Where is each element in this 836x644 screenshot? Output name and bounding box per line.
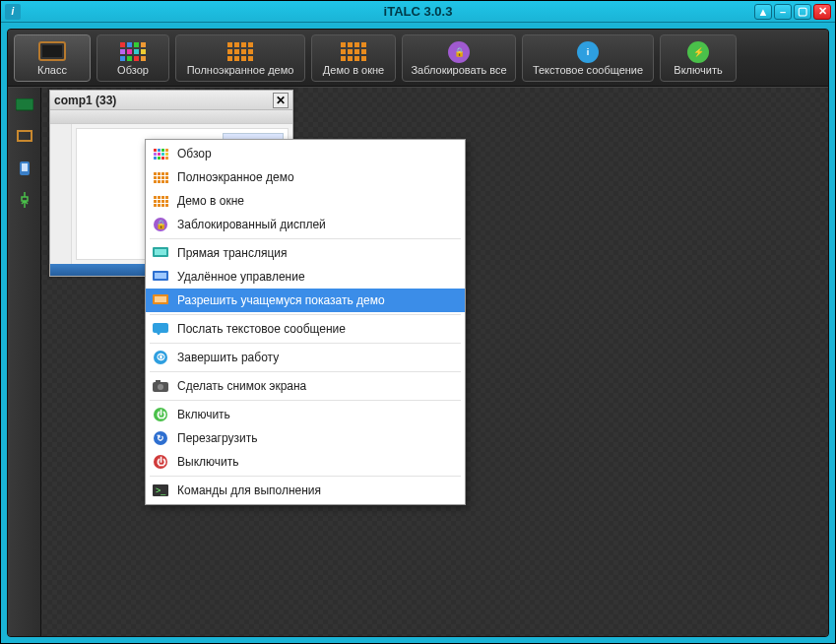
svg-rect-11 (155, 296, 166, 302)
content-area: comp1 (33) ✕ ОбзорПол (8, 87, 828, 636)
power-icon: ⚡ (687, 40, 709, 64)
window-body: Класс Обзор Полноэкранное демо (1, 23, 835, 643)
monitor-blue-icon (152, 269, 169, 285)
grid-orange-icon (152, 193, 169, 209)
app-window: i iTALC 3.0.3 ▲ – ▢ ✕ Класс (0, 0, 836, 644)
svg-text:>_: >_ (156, 485, 166, 495)
inner-frame: Класс Обзор Полноэкранное демо (7, 29, 829, 637)
toolbar-label: Демо в окне (323, 64, 384, 76)
menu-item[interactable]: Демо в окне (146, 189, 465, 213)
toolbar-overview-button[interactable]: Обзор (96, 34, 169, 82)
menu-item[interactable]: >_Команды для выполнения (146, 479, 465, 502)
menu-item[interactable]: Послать текстовое сообщение (146, 317, 465, 341)
menu-item-label: Послать текстовое сообщение (177, 322, 346, 336)
keep-above-button[interactable]: ▲ (754, 4, 772, 20)
menu-item-label: Разрешить учащемуся показать демо (177, 293, 385, 307)
lock-purple-icon: 🔒 (152, 217, 169, 232)
menu-item-label: Полноэкранное демо (177, 170, 294, 184)
toolbar-fullscreen-demo-button[interactable]: Полноэкранное демо (175, 34, 305, 82)
menu-item-label: Команды для выполнения (177, 483, 321, 497)
menu-item[interactable]: ↻Перезагрузить (146, 426, 465, 450)
toolbar-label: Класс (37, 64, 67, 76)
menu-item-label: Выключить (177, 455, 238, 469)
toolbar-label: Обзор (117, 64, 149, 76)
menu-item-label: Перезагрузить (177, 431, 257, 445)
toolbar-lock-all-button[interactable]: 🔒 Заблокировать все (402, 34, 516, 82)
msg-blue-icon (152, 321, 169, 337)
svg-rect-15 (156, 380, 161, 383)
toolbar-classroom-button[interactable]: Класс (14, 34, 91, 82)
menu-item[interactable]: ⏻Выключить (146, 450, 465, 474)
grid-orange-icon (152, 169, 169, 185)
client-title: comp1 (33) (54, 94, 116, 107)
lock-icon: 🔒 (448, 40, 470, 64)
menu-item[interactable]: Прямая трансляция (146, 241, 465, 265)
grid-multi-icon (152, 146, 169, 161)
toolbar-text-message-button[interactable]: i Текстовое сообщение (522, 34, 654, 82)
camera-icon (152, 378, 169, 394)
menu-item[interactable]: ⏻Включить (146, 403, 465, 426)
toolbar-label: Заблокировать все (411, 64, 506, 76)
svg-rect-9 (155, 273, 166, 279)
client-close-button[interactable]: ✕ (273, 93, 289, 108)
terminal-icon: >_ (152, 483, 169, 498)
circle-red-icon: ⏻ (152, 454, 169, 470)
monitor-teal-icon (152, 245, 169, 261)
window-controls: ▲ – ▢ ✕ (754, 4, 835, 20)
workspace[interactable]: comp1 (33) ✕ ОбзорПол (41, 88, 828, 636)
menu-item[interactable]: Сделать снимок экрана (146, 374, 465, 398)
svg-rect-1 (42, 45, 62, 57)
svg-rect-3 (18, 131, 32, 141)
menu-separator (150, 400, 461, 401)
menu-item-label: Обзор (177, 147, 212, 161)
svg-rect-5 (22, 163, 28, 171)
window-title: iTALC 3.0.3 (384, 4, 453, 19)
toolbar-window-demo-button[interactable]: Демо в окне (311, 34, 396, 82)
menu-item[interactable]: Полноэкранное демо (146, 165, 465, 189)
menu-item[interactable]: ⦿Завершить работу (146, 346, 465, 369)
menu-item[interactable]: Удалённое управление (146, 265, 465, 289)
menu-separator (150, 371, 461, 372)
svg-rect-2 (16, 98, 33, 110)
menu-separator (150, 343, 461, 344)
classroom-icon (38, 40, 66, 64)
circle-blue2-icon: ↻ (152, 430, 169, 446)
toolbar-power-on-button[interactable]: ⚡ Включить (660, 34, 737, 82)
window-demo-icon (341, 40, 366, 64)
toolbar-label: Включить (674, 64, 722, 76)
menu-item-label: Завершить работу (177, 351, 279, 364)
menu-item-label: Заблокированный дисплей (177, 218, 326, 231)
toolbar-label: Полноэкранное демо (187, 64, 294, 76)
close-button[interactable]: ✕ (813, 4, 831, 20)
message-icon: i (577, 40, 599, 64)
circle-green-icon: ⏻ (152, 407, 169, 422)
menu-item-label: Прямая трансляция (177, 246, 287, 260)
context-menu: ОбзорПолноэкранное демоДемо в окне🔒Забло… (145, 139, 466, 505)
menu-item[interactable]: Разрешить учащемуся показать демо (146, 289, 465, 312)
menu-separator (150, 314, 461, 315)
maximize-button[interactable]: ▢ (794, 4, 811, 20)
menu-item[interactable]: 🔒Заблокированный дисплей (146, 213, 465, 236)
client-titlebar: comp1 (33) ✕ (50, 91, 292, 110)
sidebar-classroom-icon[interactable] (13, 94, 36, 117)
sidebar-screenshot-icon[interactable] (13, 157, 36, 180)
svg-rect-7 (155, 249, 166, 255)
svg-point-14 (158, 384, 163, 390)
sidebar (8, 88, 41, 636)
monitor-orange-icon (152, 292, 169, 308)
menu-separator (150, 476, 461, 477)
app-icon: i (5, 4, 21, 20)
menu-item[interactable]: Обзор (146, 142, 465, 165)
titlebar[interactable]: i iTALC 3.0.3 ▲ – ▢ ✕ (1, 1, 835, 23)
menu-item-label: Включить (177, 408, 230, 421)
menu-separator (150, 238, 461, 239)
fullscreen-demo-icon (227, 40, 253, 64)
main-toolbar: Класс Обзор Полноэкранное демо (8, 30, 828, 87)
menu-item-label: Демо в окне (177, 194, 244, 208)
sidebar-monitor-icon[interactable] (13, 125, 36, 149)
menu-item-label: Удалённое управление (177, 270, 305, 284)
svg-rect-12 (153, 323, 168, 333)
minimize-button[interactable]: – (774, 4, 792, 20)
menu-item-label: Сделать снимок экрана (177, 379, 306, 393)
sidebar-config-icon[interactable] (13, 188, 36, 212)
